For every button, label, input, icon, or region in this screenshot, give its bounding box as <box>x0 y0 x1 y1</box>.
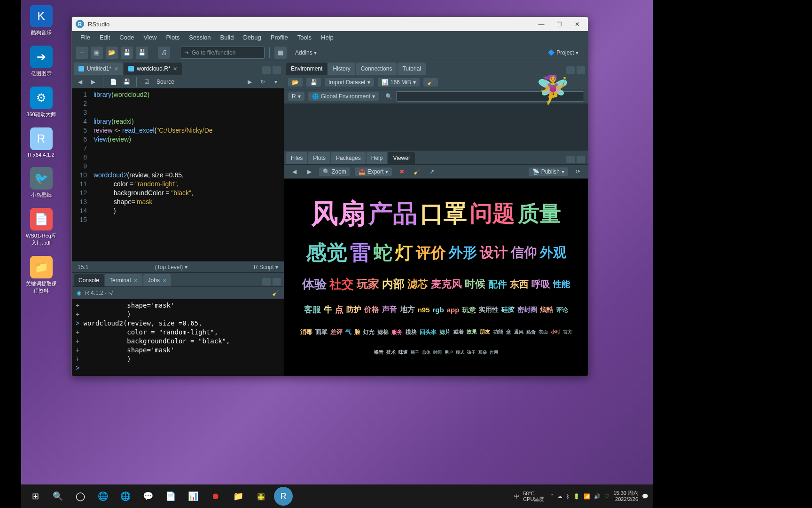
volume-icon[interactable]: 🔊 <box>594 493 601 500</box>
wifi-icon[interactable]: 📶 <box>584 493 590 500</box>
addins-menu[interactable]: Addins ▾ <box>289 48 322 58</box>
minimize-viewer-button[interactable] <box>566 156 575 163</box>
desktop-icon[interactable]: RR x64 4.1.2 <box>23 127 59 158</box>
code-area[interactable]: library(wordcloud2) library(readxl) revi… <box>91 88 284 261</box>
back-button[interactable]: ◀ <box>75 77 85 87</box>
code-editor[interactable]: 123456789101112131415 library(wordcloud2… <box>72 88 284 261</box>
explorer-icon[interactable]: 📁 <box>229 487 248 506</box>
goto-file-input[interactable]: ➜ Go to file/function <box>180 47 265 59</box>
search-button[interactable]: 🔍 <box>48 487 67 506</box>
tray-chevron-icon[interactable]: ˄ <box>551 493 554 500</box>
save-button[interactable]: 💾 <box>121 47 133 59</box>
wechat-icon[interactable]: 💬 <box>139 487 157 506</box>
language-selector[interactable]: R ▾ <box>288 92 304 101</box>
battery-icon[interactable]: 🔋 <box>573 493 580 500</box>
save-workspace-button[interactable]: 💾 <box>306 78 321 87</box>
viewer-tab-plots[interactable]: Plots <box>308 152 330 164</box>
run-button[interactable]: ▶ <box>244 77 255 87</box>
minimize-button[interactable]: — <box>534 17 548 31</box>
viewer-tab-packages[interactable]: Packages <box>331 152 366 164</box>
notifications-icon[interactable]: 💬 <box>642 493 648 500</box>
maximize-console-button[interactable] <box>273 278 281 286</box>
env-tab-tutorial[interactable]: Tutorial <box>398 63 426 75</box>
menu-help[interactable]: Help <box>316 32 338 43</box>
source-tab[interactable]: wordcloud.R*× <box>124 63 182 75</box>
language-selector[interactable]: R Script ▾ <box>254 264 278 270</box>
viewer-tab-files[interactable]: Files <box>286 152 307 164</box>
clear-env-button[interactable]: 🧹 <box>423 78 438 87</box>
env-search-input[interactable] <box>396 91 584 102</box>
source-on-save-button[interactable]: ☑ <box>141 77 152 87</box>
recorder-icon[interactable]: ⏺ <box>206 487 225 506</box>
bluetooth-icon[interactable]: ᛒ <box>566 493 570 499</box>
viewer-tab-help[interactable]: Help <box>367 152 388 164</box>
forward-button[interactable]: ▶ <box>88 77 98 87</box>
remove-viewer-button[interactable]: ✖ <box>397 167 407 177</box>
menu-code[interactable]: Code <box>115 32 139 43</box>
close-tab-icon[interactable]: × <box>173 65 177 72</box>
browser-icon[interactable]: 🌐 <box>94 487 112 506</box>
load-workspace-button[interactable]: 📂 <box>288 78 303 87</box>
refresh-viewer-button[interactable]: ⟳ <box>573 167 583 177</box>
maximize-pane-button[interactable] <box>273 66 281 74</box>
ime-indicator[interactable]: 中 <box>514 493 519 500</box>
viewer-tab-viewer[interactable]: Viewer <box>388 152 414 164</box>
clock[interactable]: 15:30 周六 2022/2/26 <box>613 490 638 502</box>
maximize-button[interactable]: ☐ <box>552 17 566 31</box>
source-menu-button[interactable]: ▾ <box>271 77 281 87</box>
project-menu[interactable]: 🔷 Project ▾ <box>542 48 584 58</box>
menu-debug[interactable]: Debug <box>238 32 265 43</box>
save-all-button[interactable]: 💾 <box>136 47 148 59</box>
scope-selector[interactable]: 🌐 Global Environment ▾ <box>308 92 379 101</box>
import-dataset-button[interactable]: Import Dataset ▾ <box>325 78 374 87</box>
env-tab-history[interactable]: History <box>328 63 355 75</box>
cortana-icon[interactable]: ◯ <box>71 487 90 506</box>
viewer-forward-button[interactable]: ▶ <box>304 167 314 177</box>
minimize-env-button[interactable] <box>566 66 575 74</box>
console-tab-terminal[interactable]: Terminal× <box>105 274 142 286</box>
office-icon[interactable]: 📄 <box>161 487 180 506</box>
menu-session[interactable]: Session <box>184 32 215 43</box>
env-tab-connections[interactable]: Connections <box>356 63 397 75</box>
maximize-env-button[interactable] <box>577 66 585 74</box>
menu-plots[interactable]: Plots <box>161 32 184 43</box>
cloud-icon[interactable]: ☁ <box>557 493 562 500</box>
desktop-icon[interactable]: K酷狗音乐 <box>23 5 59 36</box>
close-tab-icon[interactable]: × <box>163 277 166 284</box>
show-doc-button[interactable]: 📄 <box>108 77 118 87</box>
minimize-pane-button[interactable] <box>262 66 271 74</box>
memory-indicator[interactable]: 📊 166 MiB ▾ <box>378 78 420 87</box>
new-file-button[interactable]: ＋ <box>76 47 88 59</box>
source-tab[interactable]: Untitled1*× <box>74 63 123 75</box>
maximize-viewer-button[interactable] <box>577 156 585 163</box>
desktop-icon[interactable]: 📄WS01-Req库入门.pdf <box>23 208 59 246</box>
print-button[interactable]: 🖨 <box>158 47 170 59</box>
publish-button[interactable]: 📡 Publish ▾ <box>529 167 568 176</box>
scope-selector[interactable]: (Top Level) ▾ <box>155 264 187 270</box>
rerun-button[interactable]: ↻ <box>258 77 268 87</box>
desktop-icon[interactable]: ➔亿图图示 <box>23 46 59 77</box>
desktop-icon[interactable]: 🐦小鸟壁纸 <box>23 167 59 198</box>
console-tab-console[interactable]: Console <box>74 274 104 286</box>
console-tab-jobs[interactable]: Jobs× <box>143 274 172 286</box>
grid-button[interactable]: ▦ <box>274 47 287 59</box>
menu-build[interactable]: Build <box>216 32 239 43</box>
export-button[interactable]: 📤 Export ▾ <box>355 167 392 176</box>
viewer-back-button[interactable]: ◀ <box>289 167 299 177</box>
desktop-icon[interactable]: 📁关键词提取课程资料 <box>23 256 59 294</box>
menu-view[interactable]: View <box>139 32 161 43</box>
open-file-button[interactable]: 📂 <box>106 47 118 59</box>
powerpoint-icon[interactable]: 📊 <box>184 487 203 506</box>
popout-button[interactable]: ↗ <box>427 167 437 177</box>
menu-profile[interactable]: Profile <box>266 32 293 43</box>
menu-tools[interactable]: Tools <box>293 32 316 43</box>
close-button[interactable]: ✕ <box>570 17 584 31</box>
clear-console-button[interactable]: 🧹 <box>272 290 279 296</box>
menu-file[interactable]: File <box>76 32 95 43</box>
menu-edit[interactable]: Edit <box>95 32 115 43</box>
env-tab-environment[interactable]: Environment <box>286 63 327 75</box>
close-tab-icon[interactable]: × <box>114 65 118 72</box>
rstudio-task-icon[interactable]: R <box>274 487 293 506</box>
security-icon[interactable]: 🛡 <box>604 493 609 499</box>
desktop-icon[interactable]: ⚙360驱动大师 <box>23 87 59 118</box>
